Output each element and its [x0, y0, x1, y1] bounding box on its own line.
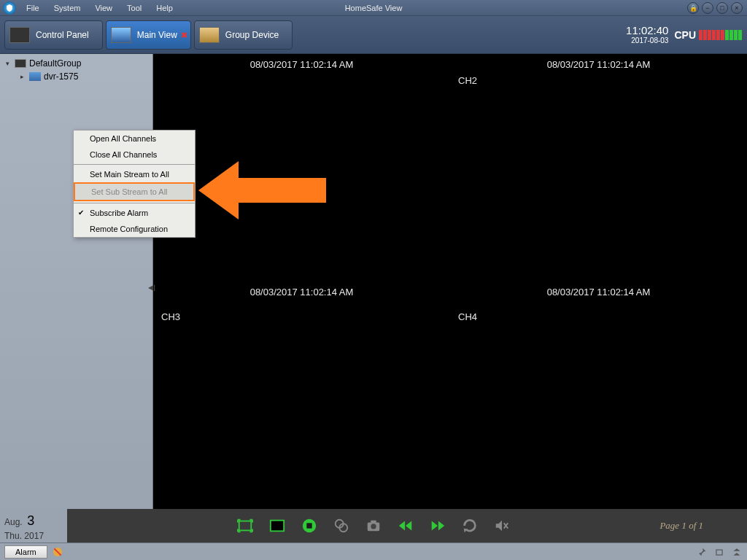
menu-bar: File System View Tool Help: [19, 4, 180, 12]
ctx-open-all-channels[interactable]: Open All Channels: [74, 131, 195, 147]
fast-forward-icon[interactable]: [428, 516, 447, 535]
restore-icon[interactable]: [713, 546, 725, 558]
cell-timestamp: 08/03/2017 11:02:14 AM: [250, 287, 354, 298]
minimize-icon[interactable]: −: [702, 2, 713, 14]
tree-device-row[interactable]: ▸ dvr-1575: [0, 70, 152, 83]
clock-time: 11:02:40: [626, 25, 668, 37]
ctx-separator: [74, 203, 195, 203]
app-logo-icon: [3, 1, 16, 15]
mute-icon[interactable]: [492, 516, 511, 535]
date-day: 3: [27, 513, 34, 528]
record-icon[interactable]: [332, 516, 351, 535]
window-controls: 🔒 − □ ×: [686, 2, 747, 14]
menu-system[interactable]: System: [47, 4, 88, 12]
svg-point-8: [371, 524, 376, 529]
context-menu: Open All Channels Close All Channels Set…: [73, 130, 196, 238]
folder-icon: [199, 27, 220, 43]
tab-control-panel[interactable]: Control Panel: [4, 20, 103, 50]
title-bar: File System View Tool Help HomeSafe View…: [0, 0, 747, 16]
alarm-clear-icon[interactable]: [52, 546, 63, 558]
date-weekday: Thu.: [4, 531, 22, 541]
status-bar: Alarm: [0, 542, 747, 560]
date-year: 2017: [24, 531, 44, 541]
menu-help[interactable]: Help: [149, 4, 180, 12]
lock-icon[interactable]: 🔒: [687, 2, 699, 14]
page-info: Page 1 of 1: [659, 520, 703, 532]
clock-date: 2017-08-03: [626, 36, 668, 44]
tree-group-row[interactable]: ▾ DefaultGroup: [0, 57, 152, 70]
workspace: ▾ DefaultGroup ▸ dvr-1575 ◀ 08/03/2017 1…: [0, 54, 747, 509]
control-panel-icon: [9, 27, 30, 43]
tab-close-icon[interactable]: ✖: [181, 30, 187, 39]
svg-rect-9: [371, 521, 376, 524]
ctx-separator: [74, 164, 195, 165]
expand-icon[interactable]: ▸: [18, 73, 26, 80]
ctx-subscribe-alarm[interactable]: Subscribe Alarm: [74, 205, 195, 221]
video-grid: 08/03/2017 11:02:14 AM 08/03/2017 11:02:…: [153, 54, 747, 509]
svg-rect-11: [716, 550, 722, 555]
annotation-arrow: [198, 158, 330, 226]
chevron-up-icon[interactable]: [731, 546, 743, 558]
window-title: HomeSafe View: [345, 4, 403, 12]
stop-icon[interactable]: [300, 516, 319, 535]
svg-rect-1: [239, 521, 252, 531]
header-status: 11:02:40 2017-08-03 CPU: [626, 25, 743, 45]
group-icon: [15, 59, 26, 68]
refresh-icon[interactable]: [460, 516, 479, 535]
date-month: Aug.: [4, 517, 23, 527]
tree-device-label: dvr-1575: [44, 71, 78, 82]
tab-label: Main View: [137, 30, 177, 40]
svg-marker-0: [198, 161, 326, 219]
video-cell-2[interactable]: 08/03/2017 11:02:14 AM CH2: [450, 54, 747, 281]
fullscreen-icon[interactable]: [236, 516, 255, 535]
menu-file[interactable]: File: [19, 4, 47, 12]
ctx-set-sub-stream[interactable]: Set Sub Stream to All: [74, 182, 195, 201]
rewind-icon[interactable]: [396, 516, 415, 535]
ctx-close-all-channels[interactable]: Close All Channels: [74, 147, 195, 163]
tree-group-label: DefaultGroup: [29, 58, 81, 69]
maximize-icon[interactable]: □: [716, 2, 728, 14]
dvr-icon: [29, 72, 41, 81]
tab-group-device[interactable]: Group Device: [194, 20, 293, 50]
snapshot-icon[interactable]: [364, 516, 383, 535]
cell-channel: CH4: [458, 311, 477, 322]
tab-label: Group Device: [225, 30, 279, 40]
date-box: Aug. 3 Thu. 2017: [0, 509, 67, 542]
cpu-label: CPU: [674, 29, 696, 41]
cell-timestamp: 08/03/2017 11:02:14 AM: [250, 59, 354, 70]
tab-label: Control Panel: [36, 30, 89, 40]
svg-rect-4: [306, 523, 311, 528]
svg-rect-2: [271, 521, 284, 532]
monitor-icon: [111, 27, 131, 43]
alarm-button[interactable]: Alarm: [4, 545, 47, 559]
tab-main-view[interactable]: Main View ✖: [106, 20, 191, 50]
ctx-set-main-stream[interactable]: Set Main Stream to All: [74, 166, 195, 182]
menu-tool[interactable]: Tool: [120, 4, 149, 12]
device-tree-panel: ▾ DefaultGroup ▸ dvr-1575: [0, 54, 153, 509]
collapse-icon[interactable]: ▾: [3, 60, 12, 67]
video-cell-3[interactable]: 08/03/2017 11:02:14 AM CH3: [153, 281, 450, 509]
cell-timestamp: 08/03/2017 11:02:14 AM: [547, 59, 651, 70]
cell-channel: CH3: [161, 311, 180, 322]
cell-channel: CH2: [458, 75, 477, 86]
cpu-meter: [699, 30, 743, 40]
video-cell-4[interactable]: 08/03/2017 11:02:14 AM CH4: [450, 281, 747, 509]
pin-icon[interactable]: [696, 546, 708, 558]
menu-view[interactable]: View: [88, 4, 120, 12]
close-icon[interactable]: ×: [731, 2, 743, 14]
playback-toolbar: Aug. 3 Thu. 2017 Page 1 of 1: [0, 509, 747, 542]
tab-bar: Control Panel Main View ✖ Group Device 1…: [0, 16, 747, 54]
ctx-remote-configuration[interactable]: Remote Configuration: [74, 221, 195, 237]
cell-timestamp: 08/03/2017 11:02:14 AM: [547, 287, 651, 298]
layout-icon[interactable]: [268, 516, 287, 535]
